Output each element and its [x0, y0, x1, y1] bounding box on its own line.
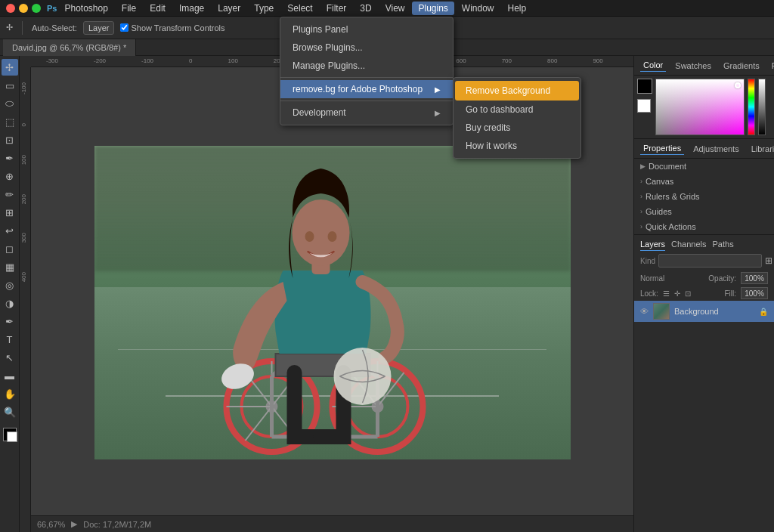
- development-arrow-icon: ▶: [435, 109, 441, 117]
- marquee-tool[interactable]: ▭: [2, 77, 18, 94]
- brush-tool[interactable]: ✏: [2, 186, 18, 203]
- menu-filter[interactable]: Filter: [320, 2, 353, 15]
- crop-tool[interactable]: ⊡: [2, 131, 18, 148]
- buy-credits-item[interactable]: Buy credits: [454, 119, 580, 137]
- remove-background-item[interactable]: Remove Background: [455, 81, 579, 101]
- layer-visibility-icon[interactable]: 👁: [640, 307, 649, 316]
- tab-adjustments[interactable]: Adjustments: [690, 143, 742, 155]
- removebg-submenu: Remove Background Go to dashboard Buy cr…: [453, 77, 581, 159]
- show-transform-label[interactable]: Show Transform Controls: [120, 23, 224, 32]
- minimize-button[interactable]: [19, 4, 28, 13]
- prop-canvas[interactable]: › Canvas: [634, 174, 774, 189]
- filter-icon[interactable]: ⊞: [765, 255, 772, 266]
- quick-select-tool[interactable]: ⬚: [2, 113, 18, 130]
- foreground-swatch[interactable]: [637, 79, 652, 94]
- lock-position-icon[interactable]: ✛: [674, 289, 680, 298]
- lock-artboard-icon[interactable]: ⊡: [685, 289, 691, 298]
- blur-tool[interactable]: ◎: [2, 277, 18, 293]
- prop-document[interactable]: ▶ Document: [634, 159, 774, 174]
- menu-photoshop[interactable]: Photoshop: [58, 2, 113, 15]
- how-it-works-item[interactable]: How it works: [454, 137, 580, 155]
- foreground-color[interactable]: [3, 428, 17, 441]
- layer-thumb-image: [654, 304, 669, 319]
- shape-tool[interactable]: ▬: [2, 367, 18, 384]
- tab-color[interactable]: Color: [640, 59, 666, 72]
- path-selection-tool[interactable]: ↖: [2, 349, 18, 366]
- menu-bar: Ps Photoshop File Edit Image Layer Type …: [0, 0, 774, 17]
- auto-select-label: Auto-Select:: [32, 23, 77, 32]
- tab-paths[interactable]: Paths: [713, 238, 734, 251]
- clone-tool[interactable]: ⊞: [2, 204, 18, 221]
- tab-gradients[interactable]: Gradients: [720, 60, 763, 72]
- gradient-tool[interactable]: ▦: [2, 258, 18, 275]
- go-to-dashboard-item[interactable]: Go to dashboard: [454, 101, 580, 119]
- prop-rulers-grids[interactable]: › Rulers & Grids: [634, 189, 774, 204]
- browse-plugins-item[interactable]: Browse Plugins...: [280, 39, 453, 57]
- hand-tool[interactable]: ✋: [2, 385, 18, 402]
- eyedropper-tool[interactable]: ✒: [2, 150, 18, 166]
- pen-tool[interactable]: ✒: [2, 313, 18, 329]
- eraser-tool[interactable]: ◻: [2, 240, 18, 257]
- menu-file[interactable]: File: [116, 2, 142, 15]
- properties-panel-section: Properties Adjustments Libraries ▶ Docum…: [634, 139, 774, 235]
- hue-slider[interactable]: [748, 79, 755, 135]
- menu-type[interactable]: Type: [248, 2, 280, 15]
- tab-properties[interactable]: Properties: [640, 142, 684, 155]
- close-button[interactable]: [6, 4, 15, 13]
- quick-actions-label: Quick Actions: [646, 222, 696, 231]
- move-tool[interactable]: ✢: [2, 59, 18, 76]
- lock-pixel-icon[interactable]: ☰: [663, 289, 670, 298]
- manage-plugins-item[interactable]: Manage Plugins...: [280, 57, 453, 75]
- layers-panel: Layers Channels Paths Kind ⊞ Normal Opac…: [634, 235, 774, 532]
- dodge-tool[interactable]: ◑: [2, 295, 18, 311]
- gradient-spectrum-row: [655, 79, 766, 135]
- tab-swatches[interactable]: Swatches: [672, 60, 714, 72]
- fill-input[interactable]: [741, 287, 768, 299]
- opacity-slider[interactable]: [758, 79, 766, 135]
- gradient-handle[interactable]: [735, 82, 741, 88]
- app-logo: Ps: [47, 4, 57, 13]
- menu-3d[interactable]: 3D: [354, 2, 377, 15]
- menu-plugins[interactable]: Plugins: [412, 2, 454, 15]
- auto-select-dropdown[interactable]: Layer: [83, 21, 115, 35]
- color-gradient-area: [655, 79, 766, 135]
- menu-help[interactable]: Help: [502, 2, 533, 15]
- text-tool[interactable]: T: [2, 331, 18, 348]
- prop-quick-actions[interactable]: › Quick Actions: [634, 219, 774, 234]
- tab-layers[interactable]: Layers: [640, 238, 665, 251]
- background-color[interactable]: [7, 431, 17, 442]
- menu-edit[interactable]: Edit: [144, 2, 172, 15]
- color-gradient-picker[interactable]: [655, 79, 745, 135]
- maximize-button[interactable]: [32, 4, 41, 13]
- removebg-menu-item[interactable]: remove.bg for Adobe Photoshop ▶: [280, 80, 453, 98]
- layer-item-background[interactable]: 👁 Background 🔒: [634, 301, 774, 322]
- quick-actions-chevron: ›: [640, 223, 642, 230]
- opacity-input[interactable]: [741, 272, 768, 284]
- move-icon: ✢: [6, 23, 13, 32]
- zoom-tool[interactable]: 🔍: [2, 404, 18, 420]
- healing-tool[interactable]: ⊕: [2, 168, 18, 184]
- history-brush-tool[interactable]: ↩: [2, 222, 18, 239]
- document-tab[interactable]: David.jpg @ 66,7% (RGB/8#) *: [3, 39, 136, 56]
- layers-lock-row: Lock: ☰ ✛ ⊡ Fill:: [634, 286, 774, 301]
- plugins-panel-item[interactable]: Plugins Panel: [280, 20, 453, 39]
- menu-window[interactable]: Window: [456, 2, 500, 15]
- layers-search-input[interactable]: [658, 254, 762, 268]
- menu-layer[interactable]: Layer: [212, 2, 246, 15]
- svg-point-21: [327, 231, 336, 242]
- show-transform-checkbox[interactable]: [120, 23, 128, 32]
- development-item[interactable]: Development ▶: [280, 104, 453, 122]
- tab-libraries[interactable]: Libraries: [748, 143, 774, 155]
- background-swatch[interactable]: [637, 99, 651, 113]
- menu-select[interactable]: Select: [281, 2, 318, 15]
- prop-guides[interactable]: › Guides: [634, 204, 774, 219]
- menu-view[interactable]: View: [379, 2, 411, 15]
- tab-patterns[interactable]: Patterns: [769, 60, 774, 72]
- tab-channels[interactable]: Channels: [671, 238, 706, 251]
- menu-image[interactable]: Image: [173, 2, 210, 15]
- layer-lock-icon: 🔒: [759, 308, 768, 316]
- status-bar: 66,67% ▶ Doc: 17,2M/17,2M: [31, 515, 633, 532]
- lasso-tool[interactable]: ⬭: [2, 95, 18, 112]
- traffic-lights: [6, 4, 41, 13]
- document-chevron: ▶: [640, 162, 646, 170]
